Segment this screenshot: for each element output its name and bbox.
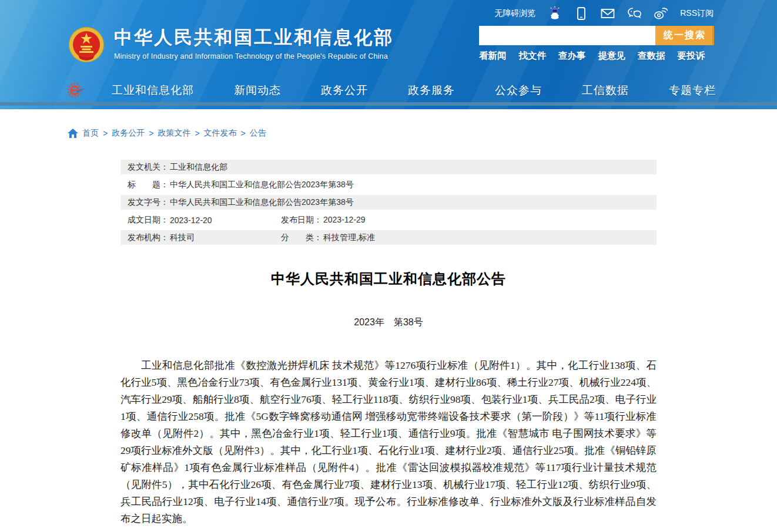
breadcrumb-separator: > [103,129,108,138]
meta-label: 发布机构： [128,233,169,243]
unified-search-button[interactable]: 统一搜索 [655,26,714,45]
meta-label: 标 题： [128,180,169,190]
breadcrumb-separator: > [195,129,199,138]
quick-link-services[interactable]: 查办事 [558,50,586,62]
meta-value: 科技管理,标准 [323,233,375,243]
quick-links: 看新闻 找文件 查办事 提意见 查数据 要投诉 [479,50,714,62]
meta-label: 分 类： [281,233,322,243]
nav-item-news[interactable]: 新闻动态 [234,83,281,98]
search-input[interactable] [479,26,655,45]
meta-row-title: 标 题： 中华人民共和国工业和信息化部公告2023年第38号 [120,177,657,192]
weibo-icon[interactable] [654,6,668,21]
brand-row: 中华人民共和国工业和信息化部 Ministry of Industry and … [68,26,714,63]
wechat-icon[interactable] [627,6,641,21]
nav-item-public-participation[interactable]: 公众参与 [495,83,542,98]
nav-item-gov-services[interactable]: 政务服务 [408,83,455,98]
site-title-cn: 中华人民共和国工业和信息化部 [114,26,394,49]
meta-label: 成文日期： [128,215,169,225]
miit-e-logo-icon [66,82,86,99]
meta-label: 发文机关： [128,162,169,173]
quick-link-data[interactable]: 查数据 [638,50,665,62]
article-body-paragraph: 工业和信息化部批准《数控激光拼焊机床 技术规范》等1276项行业标准（见附件1）… [120,357,657,527]
nav-item-special-topics[interactable]: 专题专栏 [669,83,716,98]
national-emblem-logo[interactable] [68,26,105,63]
page-content: 首页 > 政务公开 > 政策文件 > 文件发布 > 公告 发文机关： 工业和信息… [0,128,777,532]
main-navigation: 工业和信息化部 新闻动态 政务公开 政务服务 公众参与 工信数据 专题专栏 [0,75,777,106]
utility-bar: 无障碍浏览 [0,0,777,27]
breadcrumb-home[interactable]: 首页 [82,128,99,139]
breadcrumb-separator: > [149,129,153,138]
quick-link-complaint[interactable]: 要投诉 [678,50,705,62]
meta-label: 发文字号： [128,197,169,208]
article-next-line-clipped: 附件：1.1276项行业标准编号、名称、主要内容等一览表 2.11项行业标准修改… [120,527,657,532]
meta-value: 科技司 [170,233,195,243]
meta-label: 发布日期： [281,215,322,225]
meta-row-issuing-authority: 发文机关： 工业和信息化部 [120,160,657,174]
meta-value: 2023-12-29 [323,215,366,225]
meta-row-publisher-category: 发布机构： 科技司 分 类： 科技管理,标准 [120,230,657,245]
meta-value: 2023-12-20 [170,216,212,225]
document-meta-table: 发文机关： 工业和信息化部 标 题： 中华人民共和国工业和信息化部公告2023年… [120,160,657,245]
meta-value: 工业和信息化部 [170,162,227,173]
site-header: 无障碍浏览 [0,0,777,109]
quick-link-feedback[interactable]: 提意见 [598,50,626,62]
breadcrumb: 首页 > 政务公开 > 政策文件 > 文件发布 > 公告 [68,128,777,139]
mobile-icon[interactable] [574,6,588,21]
meta-value: 中华人民共和国工业和信息化部公告2023年第38号 [170,180,354,190]
nav-item-miit-data[interactable]: 工信数据 [582,83,629,98]
nav-item-gov-disclosure[interactable]: 政务公开 [321,83,368,98]
article-title: 中华人民共和国工业和信息化部公告 [0,270,777,288]
article-issue-number: 2023年 第38号 [0,316,777,329]
nav-item-miit[interactable]: 工业和信息化部 [112,83,194,98]
meta-row-dates: 成文日期： 2023-12-20 发布日期： 2023-12-29 [120,213,657,227]
quick-link-documents[interactable]: 找文件 [519,50,547,62]
nav-items: 工业和信息化部 新闻动态 政务公开 政务服务 公众参与 工信数据 专题专栏 [112,83,716,98]
breadcrumb-document-release[interactable]: 文件发布 [204,128,237,139]
search-area: 统一搜索 看新闻 找文件 查办事 提意见 查数据 要投诉 [479,26,714,63]
mail-icon[interactable] [601,6,615,21]
home-icon[interactable] [68,129,78,138]
quick-link-news[interactable]: 看新闻 [479,50,507,62]
rss-link[interactable]: RSS订阅 [680,8,714,19]
brand-text: 中华人民共和国工业和信息化部 Ministry of Industry and … [114,26,394,63]
accessibility-link[interactable]: 无障碍浏览 [494,8,535,19]
breadcrumb-policy-documents[interactable]: 政策文件 [158,128,190,139]
nav-bottom-strip [0,102,777,106]
meta-row-document-number: 发文字号： 中华人民共和国工业和信息化部公告2023年第38号 [120,195,657,210]
robot-mascot-icon[interactable] [548,6,562,21]
breadcrumb-announcement[interactable]: 公告 [250,128,266,139]
site-title-en: Ministry of Industry and Information Tec… [114,52,394,60]
breadcrumb-gov-disclosure[interactable]: 政务公开 [112,128,145,139]
breadcrumb-separator: > [241,129,246,138]
meta-value: 中华人民共和国工业和信息化部公告2023年第38号 [170,197,354,208]
